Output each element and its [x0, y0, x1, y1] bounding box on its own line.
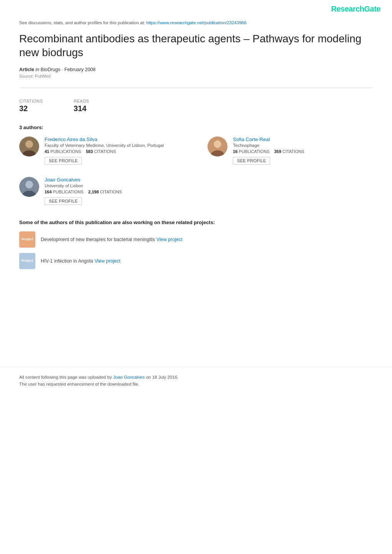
top-bar: ResearchGate [0, 0, 392, 17]
project-badge-1: Project [19, 231, 35, 248]
author-info-joao: Joao Goncalves University of Lisbon 164 … [45, 177, 184, 205]
footer: All content following this page was uplo… [0, 367, 392, 396]
authors-grid: Frederico Aires da Silva Faculty of Vete… [19, 136, 373, 208]
authors-title: 3 authors: [19, 125, 373, 130]
project-item-1: Project Development of new therapies for… [19, 231, 373, 248]
avatar-frederico-img [19, 136, 39, 156]
svg-point-1 [25, 140, 33, 148]
project-description-1: Development of new therapies for bacteri… [41, 237, 155, 242]
project-text-2: HIV-1 infection in Angola View project [41, 258, 121, 264]
pub-url-text: See discussions, stats, and author profi… [19, 20, 145, 25]
project-description-2: HIV-1 infection in Angola [41, 258, 93, 264]
avatar-joao-img [19, 177, 39, 197]
journal-name: BioDrugs [41, 67, 60, 72]
brand-logo[interactable]: ResearchGate [331, 5, 380, 13]
pub-url-link[interactable]: https://www.researchgate.net/publication… [146, 20, 247, 25]
main-content: See discussions, stats, and author profi… [0, 17, 392, 290]
author-name-joao[interactable]: Joao Goncalves [45, 177, 184, 183]
reads-stat: READS 314 [74, 99, 89, 113]
author-affiliation-frederico: Faculty of Veterinary Medicine, Universi… [45, 143, 184, 148]
author-affiliation-joao: University of Lisbon [45, 183, 184, 188]
footer-uploader-link[interactable]: Joao Goncalves [113, 375, 145, 379]
citations-label: CITATIONS [19, 99, 43, 103]
author-info-sofia: Sofia Corte-Real Technophage 16 PUBLICAT… [233, 136, 373, 165]
related-projects-title: Some of the authors of this publication … [19, 220, 373, 225]
article-meta: Article in BioDrugs · February 2008 [19, 67, 373, 72]
footer-user-note: The user has requested enhancement of th… [19, 382, 373, 386]
see-profile-button-sofia[interactable]: SEE PROFILE [233, 157, 270, 165]
publication-title: Recombinant antibodies as therapeutic ag… [19, 32, 365, 60]
author-card-joao: Joao Goncalves University of Lisbon 164 … [19, 177, 184, 205]
project-link-2[interactable]: View project [95, 258, 121, 264]
author-card-frederico: Frederico Aires da Silva Faculty of Vete… [19, 136, 184, 165]
citations-stat: CITATIONS 32 [19, 99, 43, 113]
project-link-1[interactable]: View project [156, 237, 183, 242]
reads-label: READS [74, 99, 89, 103]
avatar-sofia [208, 136, 228, 156]
related-projects-section: Some of the authors of this publication … [19, 220, 373, 269]
avatar-frederico [19, 136, 39, 156]
author-card-sofia: Sofia Corte-Real Technophage 16 PUBLICAT… [208, 136, 373, 165]
svg-point-4 [214, 140, 221, 148]
avatar-sofia-img [208, 136, 228, 156]
see-profile-button-frederico[interactable]: SEE PROFILE [45, 157, 82, 165]
reads-value: 314 [74, 104, 89, 113]
authors-section: 3 authors: Frederico Aires da Silva Facu… [19, 125, 373, 208]
author-stats-sofia: 16 PUBLICATIONS 359 CITATIONS [233, 149, 373, 154]
article-date: · February 2008 [62, 67, 96, 72]
citations-value: 32 [19, 104, 43, 113]
author-info-frederico: Frederico Aires da Silva Faculty of Vete… [45, 136, 184, 165]
project-text-1: Development of new therapies for bacteri… [41, 237, 183, 242]
stats-row: CITATIONS 32 READS 314 [19, 94, 373, 121]
in-label: in [35, 67, 39, 72]
avatar-joao [19, 177, 39, 197]
svg-point-7 [25, 181, 33, 188]
author-stats-joao: 164 PUBLICATIONS 2,198 CITATIONS [45, 190, 184, 194]
pub-url-line: See discussions, stats, and author profi… [19, 20, 373, 25]
project-badge-2: Project [19, 253, 35, 269]
article-type: Article [19, 67, 34, 72]
author-stats-frederico: 41 PUBLICATIONS 583 CITATIONS [45, 149, 184, 154]
author-name-frederico[interactable]: Frederico Aires da Silva [45, 136, 184, 142]
footer-upload-text: All content following this page was uplo… [19, 375, 373, 379]
author-affiliation-sofia: Technophage [233, 143, 373, 148]
author-name-sofia[interactable]: Sofia Corte-Real [233, 136, 373, 142]
see-profile-button-joao[interactable]: SEE PROFILE [45, 197, 82, 205]
project-item-2: Project HIV-1 infection in Angola View p… [19, 253, 373, 269]
divider-1 [19, 88, 373, 88]
source-label: Source: PubMed [19, 74, 373, 78]
